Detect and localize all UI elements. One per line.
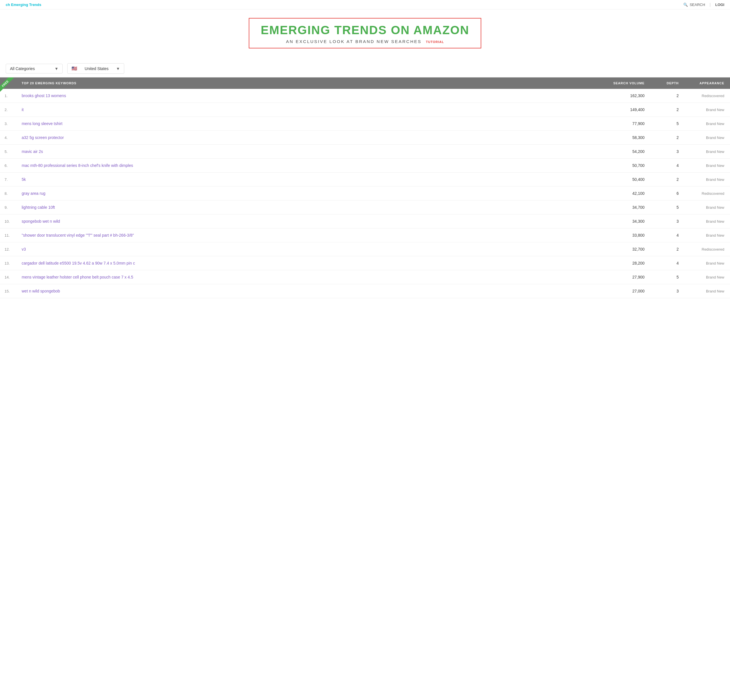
row-appearance: Brand New <box>685 261 730 265</box>
table-row: 9. lightning cable 10ft 34,700 5 Brand N… <box>0 200 730 214</box>
row-appearance: Brand New <box>685 150 730 154</box>
row-appearance: Rediscovered <box>685 191 730 195</box>
table-row: 13. cargador dell latitude e5500 19.5v 4… <box>0 256 730 270</box>
row-appearance: Brand New <box>685 178 730 182</box>
table-row: 10. spongebob wet n wild 34,300 3 Brand … <box>0 214 730 228</box>
col-depth: DEPTH <box>650 82 685 85</box>
controls-row: All Categories ▼ 🇺🇸 United States ▼ <box>0 60 730 77</box>
nav-login-button[interactable]: LOGI <box>715 3 724 7</box>
row-depth: 5 <box>650 121 685 126</box>
row-appearance: Brand New <box>685 205 730 210</box>
row-keyword[interactable]: lightning cable 10ft <box>17 205 604 210</box>
row-rank: 6. <box>0 163 17 168</box>
row-volume: 33,800 <box>604 233 650 238</box>
row-rank: 8. <box>0 191 17 195</box>
row-keyword[interactable]: spongebob wet n wild <box>17 219 604 223</box>
row-rank: 11. <box>0 233 17 238</box>
chevron-down-icon: ▼ <box>54 66 58 71</box>
table-row: 14. mens vintage leather holster cell ph… <box>0 270 730 284</box>
table-row: 12. v3 32,700 2 Rediscovered <box>0 242 730 256</box>
col-appearance: APPEARANCE <box>685 82 730 85</box>
col-volume: SEARCH VOLUME <box>604 82 650 85</box>
table-header: TOP 20 EMERGING KEYWORDS SEARCH VOLUME D… <box>0 77 730 89</box>
row-rank: 15. <box>0 289 17 293</box>
tutorial-link[interactable]: TUTORIAL <box>426 40 444 44</box>
free-badge-label: FREE <box>0 77 14 92</box>
row-keyword[interactable]: "shower door translucent vinyl edge ""l"… <box>17 233 604 238</box>
row-volume: 50,700 <box>604 163 650 168</box>
hero-subtitle: AN EXCLUSIVE LOOK AT BRAND NEW SEARCHES … <box>261 39 469 44</box>
row-keyword[interactable]: v3 <box>17 247 604 251</box>
row-depth: 2 <box>650 247 685 251</box>
table-row: 11. "shower door translucent vinyl edge … <box>0 228 730 242</box>
row-volume: 77,900 <box>604 121 650 126</box>
row-depth: 5 <box>650 275 685 279</box>
row-appearance: Brand New <box>685 233 730 238</box>
row-rank: 3. <box>0 122 17 126</box>
row-depth: 3 <box>650 149 685 154</box>
row-keyword[interactable]: mens vintage leather holster cell phone … <box>17 275 604 279</box>
row-keyword[interactable]: gray area rug <box>17 191 604 195</box>
row-depth: 2 <box>650 107 685 112</box>
search-icon: 🔍 <box>683 3 688 7</box>
hero-title: EMERGING TRENDS ON AMAZON <box>261 23 469 37</box>
row-keyword[interactable]: mavic air 2s <box>17 149 604 154</box>
nav-search-button[interactable]: 🔍 SEARCH <box>683 3 705 7</box>
row-volume: 34,700 <box>604 205 650 210</box>
row-keyword[interactable]: wet n wild spongebob <box>17 289 604 293</box>
row-keyword[interactable]: mac mth-80 professional series 8-inch ch… <box>17 163 604 168</box>
col-keyword: TOP 20 EMERGING KEYWORDS <box>17 82 604 85</box>
row-appearance: Brand New <box>685 289 730 293</box>
free-badge-corner: FREE <box>0 77 16 93</box>
table-row: 5. mavic air 2s 54,200 3 Brand New <box>0 145 730 159</box>
table-row: 4. a32 5g screen protector 58,300 2 Bran… <box>0 131 730 145</box>
row-depth: 3 <box>650 289 685 293</box>
row-volume: 28,200 <box>604 261 650 265</box>
row-keyword[interactable]: cargador dell latitude e5500 19.5v 4.62 … <box>17 261 604 265</box>
nav-search-label: SEARCH <box>689 3 705 7</box>
table-row: 1. brooks ghost 13 womens 162,300 2 Redi… <box>0 89 730 103</box>
row-keyword[interactable]: brooks ghost 13 womens <box>17 93 604 98</box>
row-appearance: Brand New <box>685 275 730 279</box>
row-volume: 58,300 <box>604 135 650 140</box>
row-keyword[interactable]: a32 5g screen protector <box>17 135 604 140</box>
row-volume: 27,000 <box>604 289 650 293</box>
category-dropdown[interactable]: All Categories ▼ <box>6 64 63 73</box>
table-row: 7. 5k 50,400 2 Brand New <box>0 172 730 187</box>
top-nav: ch Emerging Trends 🔍 SEARCH | LOGI <box>0 0 730 9</box>
row-keyword[interactable]: 5k <box>17 177 604 182</box>
row-rank: 10. <box>0 219 17 223</box>
table-row: 15. wet n wild spongebob 27,000 3 Brand … <box>0 284 730 298</box>
row-depth: 2 <box>650 177 685 182</box>
row-appearance: Brand New <box>685 122 730 126</box>
row-rank: 13. <box>0 261 17 265</box>
row-depth: 4 <box>650 233 685 238</box>
row-depth: 4 <box>650 261 685 265</box>
row-volume: 149,400 <box>604 107 650 112</box>
row-volume: 162,300 <box>604 93 650 98</box>
hero-section: EMERGING TRENDS ON AMAZON AN EXCLUSIVE L… <box>0 9 730 60</box>
flag-icon: 🇺🇸 <box>72 66 77 71</box>
country-dropdown[interactable]: 🇺🇸 United States ▼ <box>67 63 124 74</box>
row-volume: 54,200 <box>604 149 650 154</box>
row-keyword[interactable]: mens long sleeve tshirt <box>17 121 604 126</box>
category-label: All Categories <box>10 66 35 71</box>
row-appearance: Brand New <box>685 136 730 140</box>
row-rank: 4. <box>0 136 17 140</box>
row-volume: 32,700 <box>604 247 650 251</box>
hero-box: EMERGING TRENDS ON AMAZON AN EXCLUSIVE L… <box>249 18 481 48</box>
table-row: 3. mens long sleeve tshirt 77,900 5 Bran… <box>0 117 730 131</box>
keywords-table: FREE TOP 20 EMERGING KEYWORDS SEARCH VOL… <box>0 77 730 298</box>
row-depth: 2 <box>650 135 685 140</box>
table-body: 1. brooks ghost 13 womens 162,300 2 Redi… <box>0 89 730 298</box>
row-depth: 5 <box>650 205 685 210</box>
row-keyword[interactable]: it <box>17 107 604 112</box>
row-rank: 1. <box>0 94 17 98</box>
site-name: ch Emerging Trends <box>6 3 41 7</box>
row-depth: 3 <box>650 219 685 223</box>
chevron-down-icon: ▼ <box>116 66 120 71</box>
row-volume: 42,100 <box>604 191 650 195</box>
row-rank: 14. <box>0 275 17 279</box>
row-rank: 12. <box>0 247 17 251</box>
row-depth: 6 <box>650 191 685 195</box>
